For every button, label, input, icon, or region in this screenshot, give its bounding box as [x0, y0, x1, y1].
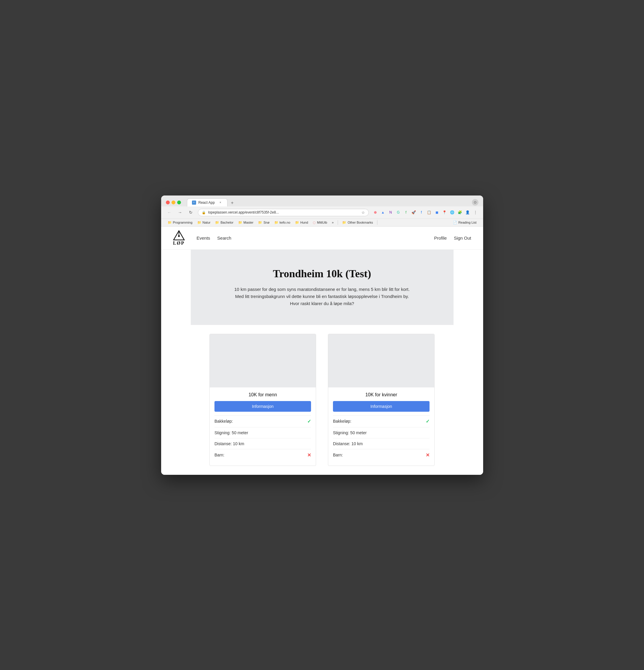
folder-icon: 📁: [274, 221, 279, 225]
reading-list-button[interactable]: 📄 Reading List: [451, 220, 478, 225]
folder-icon: 📁: [215, 221, 219, 225]
app-nav-links: Events Search: [197, 236, 231, 241]
browser-window: ⚛ React App × + ⊙ ← → ↻ 🔒 lopeplassen.ve…: [161, 196, 483, 475]
reading-list-label: Reading List: [458, 221, 477, 224]
card-women-distanse-label: Distanse: 10 km: [333, 441, 430, 446]
card-women-stigning-label: Stigning: 50 meter: [333, 430, 430, 435]
bookmark-natur[interactable]: 📁 Natur: [196, 220, 212, 225]
card-men-bakkelop-row: Bakkeløp: ✓: [214, 415, 311, 427]
bookmark-mittuib[interactable]: ◌ MittUib: [311, 220, 329, 225]
maximize-window-button[interactable]: [177, 201, 181, 204]
bookmark-label: Programming: [173, 221, 192, 224]
google-drive-icon[interactable]: ▲: [380, 210, 386, 215]
opera-icon[interactable]: ⊕: [372, 210, 378, 215]
card-women-image: [328, 334, 434, 387]
logo[interactable]: LØP: [173, 230, 185, 246]
card-men-barn-label: Barn:: [214, 453, 307, 457]
bookmark-other[interactable]: 📁 Other Bookmarks: [340, 220, 375, 225]
card-women-bakkelop-check-icon: ✓: [426, 418, 430, 424]
hero-title: Trondheim 10k (Test): [203, 267, 442, 280]
bookmark-hund[interactable]: 📁 Hund: [293, 220, 310, 225]
extension1-icon[interactable]: ◼: [434, 210, 440, 215]
grammarly-icon[interactable]: G: [395, 210, 401, 215]
close-window-button[interactable]: [166, 201, 170, 204]
card-women-info-button[interactable]: Informasjon: [333, 401, 430, 412]
hero-section: Trondheim 10k (Test) 10 km passer for de…: [191, 250, 454, 325]
tab-close-button[interactable]: ×: [218, 201, 223, 205]
maps-icon[interactable]: 📍: [442, 210, 447, 215]
bookmark-bachelor[interactable]: 📁 Bachelor: [213, 220, 235, 225]
facebook-icon[interactable]: f: [419, 210, 425, 215]
bookmark-master[interactable]: 📁 Master: [237, 220, 255, 225]
globe-icon[interactable]: 🌐: [450, 210, 455, 215]
card-men-body: 10K for menn Informasjon Bakkeløp: ✓ Sti…: [210, 387, 316, 466]
card-men-bakkelop-label: Bakkeløp:: [214, 419, 307, 424]
card-men-distanse-label: Distanse: 10 km: [214, 441, 311, 446]
address-bar[interactable]: 🔒 lopeplassen.vercel.app/event/c8f7535f-…: [198, 209, 369, 216]
bookmark-label: Snø: [263, 221, 269, 224]
nav-bar: ← → ↻ 🔒 lopeplassen.vercel.app/event/c8f…: [161, 206, 483, 219]
card-women-body: 10K for kvinner Informasjon Bakkeløp: ✓ …: [328, 387, 434, 466]
bookmark-label: Natur: [203, 221, 211, 224]
card-men-image: [210, 334, 316, 387]
bookmark-label: Other Bookmarks: [348, 221, 373, 224]
card-women-barn-row: Barn: ✕: [333, 449, 430, 461]
folder-icon: 📁: [295, 221, 299, 225]
forward-button[interactable]: →: [176, 209, 184, 216]
rocket-icon[interactable]: 🚀: [411, 210, 417, 215]
nav-events-link[interactable]: Events: [197, 236, 210, 241]
bookmark-label: Bachelor: [220, 221, 233, 224]
bookmark-sno[interactable]: 📁 Snø: [256, 220, 271, 225]
card-men-stigning-row: Stigning: 50 meter: [214, 427, 311, 438]
reading-list-icon: 📄: [453, 221, 457, 225]
extensions-button[interactable]: ⊙: [472, 199, 479, 205]
card-men-title: 10K for menn: [214, 392, 311, 398]
onenote-icon[interactable]: N: [388, 210, 394, 215]
card-men-stigning-label: Stigning: 50 meter: [214, 430, 311, 435]
puzzle-icon[interactable]: 🧩: [457, 210, 463, 215]
card-men-barn-x-icon: ✕: [307, 452, 311, 458]
card-women-title: 10K for kvinner: [333, 392, 430, 398]
bookmarks-divider2: [377, 220, 377, 225]
card-men-info-button[interactable]: Informasjon: [214, 401, 311, 412]
card-women-stigning-row: Stigning: 50 meter: [333, 427, 430, 438]
card-women-distanse-row: Distanse: 10 km: [333, 438, 430, 449]
app-nav-right: Profile Sign Out: [434, 236, 471, 241]
reload-button[interactable]: ↻: [187, 209, 194, 216]
nav-profile-link[interactable]: Profile: [434, 236, 447, 241]
card-men: 10K for menn Informasjon Bakkeløp: ✓ Sti…: [210, 334, 316, 466]
active-tab[interactable]: ⚛ React App ×: [187, 199, 228, 206]
nav-search-link[interactable]: Search: [217, 236, 231, 241]
bookmark-kefo[interactable]: 📁 kefo.no: [272, 220, 292, 225]
feedly-icon[interactable]: f: [403, 210, 409, 215]
logo-svg-icon: [173, 230, 185, 241]
card-men-barn-row: Barn: ✕: [214, 449, 311, 461]
profile-circle-icon[interactable]: 👤: [465, 210, 471, 215]
bookmark-more[interactable]: »: [330, 220, 335, 225]
bookmark-programming[interactable]: 📁 Programming: [166, 220, 194, 225]
cards-section: 10K for menn Informasjon Bakkeløp: ✓ Sti…: [161, 325, 483, 475]
title-bar: ⚛ React App × + ⊙: [161, 196, 483, 206]
card-men-bakkelop-check-icon: ✓: [307, 418, 311, 424]
folder-icon: 📁: [258, 221, 262, 225]
bookmarks-divider: [338, 220, 338, 225]
bookmark-label: Master: [243, 221, 254, 224]
address-text: lopeplassen.vercel.app/event/c8f7535f-2e…: [208, 210, 359, 214]
minimize-window-button[interactable]: [172, 201, 175, 204]
bookmarks-bar: 📁 Programming 📁 Natur 📁 Bachelor 📁 Maste…: [161, 219, 483, 227]
clipboard-icon[interactable]: 📋: [426, 210, 432, 215]
nav-signout-link[interactable]: Sign Out: [454, 236, 471, 241]
more-label: »: [332, 221, 334, 224]
logo-text: LØP: [173, 241, 185, 246]
card-women-barn-x-icon: ✕: [426, 452, 430, 458]
traffic-lights: [166, 201, 181, 204]
folder-icon: 📁: [197, 221, 201, 225]
new-tab-button[interactable]: +: [229, 199, 236, 206]
nav-icons: ⊕ ▲ N G f 🚀 f 📋 ◼ 📍 🌐 🧩 👤 ⋮: [372, 210, 479, 215]
card-women-barn-label: Barn:: [333, 453, 426, 457]
svg-point-2: [178, 235, 180, 237]
back-button[interactable]: ←: [166, 209, 173, 216]
menu-button[interactable]: ⋮: [472, 210, 479, 215]
bookmark-star-icon[interactable]: ☆: [361, 210, 365, 215]
card-women: 10K for kvinner Informasjon Bakkeløp: ✓ …: [328, 334, 434, 466]
